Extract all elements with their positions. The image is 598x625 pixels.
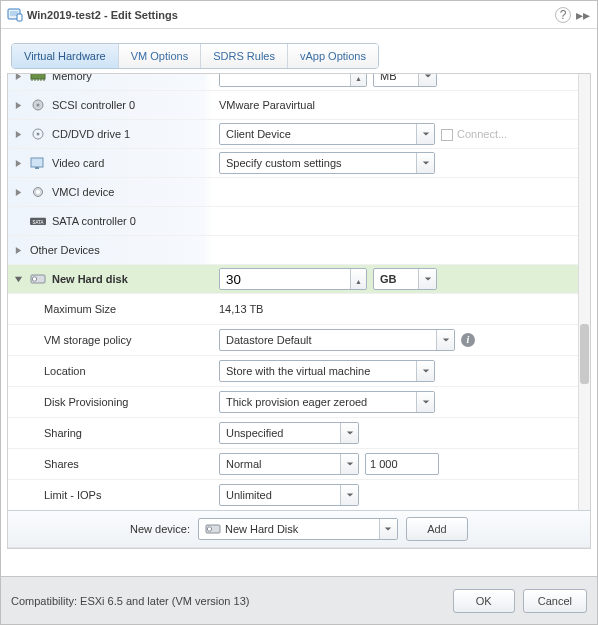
new-device-label: New device: — [130, 523, 190, 535]
max-size-value: 14,13 TB — [219, 296, 263, 322]
disk-size-unit[interactable]: GB — [373, 268, 437, 290]
expand-toggle[interactable] — [12, 128, 24, 140]
row-provisioning: Disk Provisioning Thick provision eager … — [8, 387, 578, 418]
svg-text:SATA: SATA — [33, 219, 44, 224]
limit-label: Limit - IOPs — [44, 482, 101, 508]
footer: Compatibility: ESXi 6.5 and later (VM ve… — [1, 576, 597, 624]
disk-size-input[interactable]: ▲▼ — [219, 268, 367, 290]
memory-unit[interactable]: MB — [373, 74, 437, 87]
row-cdrom: CD/DVD drive 1 Client Device Connect... — [8, 120, 578, 149]
scrollbar[interactable] — [578, 74, 590, 510]
new-device-select[interactable]: New Hard Disk — [198, 518, 398, 540]
prov-label: Disk Provisioning — [44, 389, 128, 415]
compatibility-text: Compatibility: ESXi 6.5 and later (VM ve… — [11, 595, 453, 607]
new-device-bar: New device: New Hard Disk Add — [8, 510, 590, 548]
row-sharing: Sharing Unspecified — [8, 418, 578, 449]
help-icon[interactable]: ? — [555, 7, 571, 23]
shares-value[interactable] — [365, 453, 439, 475]
row-shares: Shares Normal — [8, 449, 578, 480]
vmci-label: VMCI device — [52, 179, 114, 205]
memory-value[interactable]: ▲▼ — [219, 74, 367, 87]
provisioning-select[interactable]: Thick provision eager zeroed — [219, 391, 435, 413]
max-size-label: Maximum Size — [44, 296, 116, 322]
video-select[interactable]: Specify custom settings — [219, 152, 435, 174]
tab-vm-options[interactable]: VM Options — [119, 44, 201, 68]
other-label: Other Devices — [30, 237, 100, 263]
location-select[interactable]: Store with the virtual machine — [219, 360, 435, 382]
memory-icon — [30, 74, 46, 83]
policy-select[interactable]: Datastore Default — [219, 329, 455, 351]
row-sata-0: SATA SATA controller 0 — [8, 207, 578, 236]
expand-toggle[interactable] — [12, 186, 24, 198]
cd-device-select[interactable]: Client Device — [219, 123, 435, 145]
expand-toggle[interactable] — [12, 244, 24, 256]
titlebar: Win2019-test2 - Edit Settings ? ▸▸ — [1, 1, 597, 29]
expand-toggle[interactable] — [12, 99, 24, 111]
row-new-hard-disk: New Hard disk ▲▼ GB — [8, 265, 578, 294]
info-icon[interactable]: i — [461, 333, 475, 347]
row-vmci: VMCI device — [8, 178, 578, 207]
cd-connect: Connect... — [441, 121, 507, 147]
row-other: Other Devices — [8, 236, 578, 265]
location-label: Location — [44, 358, 86, 384]
svg-point-5 — [37, 104, 40, 107]
policy-label: VM storage policy — [44, 327, 131, 353]
video-label: Video card — [52, 150, 104, 176]
shares-label: Shares — [44, 451, 79, 477]
expand-toggle[interactable] — [12, 74, 24, 82]
sata-label: SATA controller 0 — [52, 208, 136, 234]
memory-label: Memory — [52, 74, 92, 89]
scsi-label: SCSI controller 0 — [52, 92, 135, 118]
tab-virtual-hardware[interactable]: Virtual Hardware — [12, 44, 119, 68]
svg-rect-9 — [35, 167, 39, 169]
tab-vapp-options[interactable]: vApp Options — [288, 44, 378, 68]
sharing-label: Sharing — [44, 420, 82, 446]
svg-rect-3 — [31, 74, 45, 79]
cd-label: CD/DVD drive 1 — [52, 121, 130, 147]
row-scsi-0: SCSI controller 0 VMware Paravirtual — [8, 91, 578, 120]
cancel-button[interactable]: Cancel — [523, 589, 587, 613]
row-limit-iops: Limit - IOPs Unlimited — [8, 480, 578, 510]
sharing-select[interactable]: Unspecified — [219, 422, 359, 444]
tab-bar: Virtual Hardware VM Options SDRS Rules v… — [11, 43, 379, 69]
svg-rect-2 — [17, 14, 22, 21]
window-title: Win2019-test2 - Edit Settings — [23, 9, 551, 21]
shares-select[interactable]: Normal — [219, 453, 359, 475]
expand-icon[interactable]: ▸▸ — [575, 7, 591, 23]
row-memory: Memory ▲▼ MB — [8, 74, 578, 91]
scrollbar-thumb[interactable] — [580, 324, 589, 384]
row-storage-policy: VM storage policy Datastore Default i — [8, 325, 578, 356]
hard-disk-icon — [205, 522, 221, 536]
row-location: Location Store with the virtual machine — [8, 356, 578, 387]
hard-disk-icon — [30, 272, 46, 286]
svg-point-7 — [37, 133, 40, 136]
sata-icon: SATA — [30, 214, 46, 228]
svg-point-15 — [32, 277, 36, 281]
add-button[interactable]: Add — [406, 517, 468, 541]
limit-select[interactable]: Unlimited — [219, 484, 359, 506]
svg-point-17 — [207, 527, 211, 531]
scsi-icon — [30, 98, 46, 112]
svg-point-11 — [36, 190, 40, 194]
row-max-size: Maximum Size 14,13 TB — [8, 294, 578, 325]
scroll-area: Memory ▲▼ MB SCSI controller 0 VMware Pa… — [8, 74, 590, 510]
cd-icon — [30, 127, 46, 141]
svg-rect-8 — [31, 158, 43, 167]
expand-toggle[interactable] — [12, 157, 24, 169]
ok-button[interactable]: OK — [453, 589, 515, 613]
collapse-toggle[interactable] — [12, 273, 24, 285]
vm-icon — [7, 7, 23, 23]
row-video: Video card Specify custom settings — [8, 149, 578, 178]
new-disk-label: New Hard disk — [52, 266, 128, 292]
video-icon — [30, 156, 46, 170]
tab-sdrs-rules[interactable]: SDRS Rules — [201, 44, 288, 68]
settings-panel: Memory ▲▼ MB SCSI controller 0 VMware Pa… — [7, 73, 591, 549]
scsi-value: VMware Paravirtual — [219, 92, 315, 118]
vmci-icon — [30, 185, 46, 199]
